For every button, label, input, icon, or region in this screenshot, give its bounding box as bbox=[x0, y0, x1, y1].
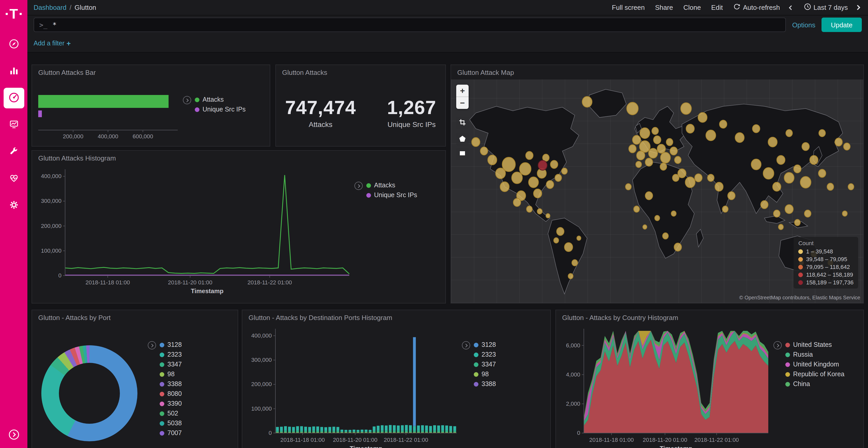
map-marker[interactable] bbox=[843, 143, 850, 150]
map-marker[interactable] bbox=[636, 161, 642, 168]
map-marker[interactable] bbox=[645, 192, 653, 200]
sidebar-item-timelion[interactable] bbox=[3, 114, 24, 135]
world-map[interactable]: + − bbox=[451, 79, 863, 303]
map-marker[interactable] bbox=[648, 148, 657, 158]
map-marker[interactable] bbox=[655, 215, 659, 221]
map-marker[interactable] bbox=[785, 205, 793, 214]
map-marker[interactable] bbox=[708, 174, 714, 181]
map-marker[interactable] bbox=[488, 155, 497, 165]
time-range-picker[interactable]: Last 7 days bbox=[804, 3, 848, 12]
map-marker[interactable] bbox=[794, 165, 801, 173]
legend-item-3347[interactable]: 3347 bbox=[474, 361, 496, 368]
legend-item-3388[interactable]: 3388 bbox=[160, 380, 182, 388]
clone-button[interactable]: Clone bbox=[683, 4, 701, 11]
sidebar-item-dev-tools[interactable] bbox=[3, 141, 24, 162]
legend-item-502[interactable]: 502 bbox=[160, 410, 182, 417]
legend-item-158-189-197-736[interactable]: 158,189 – 197,736 bbox=[798, 279, 854, 285]
map-marker[interactable] bbox=[673, 174, 679, 181]
legend-item-5038[interactable]: 5038 bbox=[160, 420, 182, 427]
map-marker[interactable] bbox=[681, 103, 691, 114]
map-marker[interactable] bbox=[564, 243, 573, 252]
legend-item-russia[interactable]: Russia bbox=[785, 351, 844, 358]
map-marker[interactable] bbox=[529, 177, 538, 188]
map-marker[interactable] bbox=[562, 168, 567, 174]
map-marker[interactable] bbox=[537, 209, 542, 214]
map-marker[interactable] bbox=[554, 238, 559, 243]
map-marker[interactable] bbox=[666, 139, 673, 146]
legend-item-3390[interactable]: 3390 bbox=[160, 400, 182, 407]
legend-item-unique-src-ips[interactable]: Unique Src IPs bbox=[366, 192, 417, 199]
map-marker[interactable] bbox=[818, 169, 826, 177]
sidebar-item-visualize[interactable] bbox=[3, 61, 24, 81]
legend-toggle-icon[interactable] bbox=[462, 341, 470, 349]
map-marker[interactable] bbox=[512, 172, 522, 184]
legend-item-39-548-79-095[interactable]: 39,548 – 79,095 bbox=[798, 256, 854, 262]
map-marker[interactable] bbox=[778, 224, 783, 230]
map-marker[interactable] bbox=[719, 120, 727, 128]
map-marker[interactable] bbox=[819, 130, 826, 137]
map-marker[interactable] bbox=[533, 189, 542, 198]
time-forward-chevron[interactable] bbox=[855, 4, 862, 11]
legend-item-attacks[interactable]: Attacks bbox=[195, 96, 246, 103]
legend-item-3128[interactable]: 3128 bbox=[474, 341, 496, 348]
map-marker[interactable] bbox=[802, 142, 809, 150]
map-marker[interactable] bbox=[663, 233, 668, 239]
full-screen-button[interactable]: Full screen bbox=[612, 4, 645, 11]
legend-item-united-states[interactable]: United States bbox=[785, 341, 844, 348]
auto-refresh-button[interactable]: Auto-refresh bbox=[733, 3, 780, 12]
port-donut-chart[interactable] bbox=[41, 345, 137, 441]
legend-item-china[interactable]: China bbox=[785, 380, 844, 388]
map-marker[interactable] bbox=[848, 184, 854, 190]
legend-item-98[interactable]: 98 bbox=[160, 371, 182, 378]
sidebar-collapse[interactable] bbox=[8, 429, 20, 442]
map-marker[interactable] bbox=[842, 211, 847, 216]
map-marker[interactable] bbox=[773, 182, 781, 191]
share-button[interactable]: Share bbox=[655, 4, 673, 11]
map-marker[interactable] bbox=[670, 147, 677, 155]
map-marker[interactable] bbox=[810, 156, 818, 164]
map-marker[interactable] bbox=[804, 210, 811, 217]
map-marker[interactable] bbox=[674, 243, 681, 251]
map-marker[interactable] bbox=[495, 168, 505, 179]
sidebar-item-discover[interactable] bbox=[3, 34, 24, 55]
map-marker[interactable] bbox=[698, 112, 707, 122]
map-marker[interactable] bbox=[551, 160, 558, 168]
map-marker[interactable] bbox=[572, 260, 578, 266]
legend-item-2323[interactable]: 2323 bbox=[474, 351, 496, 358]
map-crop-tool-button[interactable] bbox=[456, 117, 469, 129]
map-marker[interactable] bbox=[671, 211, 676, 216]
map-marker[interactable] bbox=[637, 151, 645, 160]
legend-item-7007[interactable]: 7007 bbox=[160, 429, 182, 437]
map-marker[interactable] bbox=[480, 147, 488, 155]
map-marker[interactable] bbox=[629, 145, 636, 153]
map-marker[interactable] bbox=[526, 151, 533, 160]
map-zoom-out-button[interactable]: − bbox=[456, 97, 469, 109]
map-marker[interactable] bbox=[835, 138, 842, 146]
map-marker[interactable] bbox=[526, 206, 532, 212]
add-filter-button[interactable]: Add a filter + bbox=[34, 39, 71, 47]
map-marker[interactable] bbox=[751, 159, 761, 170]
map-marker[interactable] bbox=[686, 124, 694, 133]
map-marker[interactable] bbox=[800, 176, 811, 188]
map-marker[interactable] bbox=[660, 152, 671, 163]
legend-item-3128[interactable]: 3128 bbox=[160, 341, 182, 348]
map-marker[interactable] bbox=[675, 157, 681, 164]
legend-toggle-icon[interactable] bbox=[183, 96, 191, 104]
map-rectangle-tool-button[interactable] bbox=[456, 148, 469, 160]
map-marker[interactable] bbox=[500, 182, 509, 192]
map-marker[interactable] bbox=[695, 174, 702, 182]
map-polygon-tool-button[interactable] bbox=[456, 133, 469, 145]
breadcrumb-dashboard-link[interactable]: Dashboard bbox=[34, 4, 66, 11]
map-marker[interactable] bbox=[577, 236, 581, 240]
map-marker[interactable] bbox=[657, 144, 665, 153]
sidebar-item-monitoring[interactable] bbox=[3, 168, 24, 189]
map-marker[interactable] bbox=[546, 214, 550, 218]
map-zoom-in-button[interactable]: + bbox=[456, 84, 469, 97]
map-marker[interactable] bbox=[645, 158, 653, 166]
map-marker[interactable] bbox=[722, 206, 728, 212]
map-marker[interactable] bbox=[715, 182, 723, 191]
map-marker[interactable] bbox=[827, 183, 834, 191]
map-marker[interactable] bbox=[773, 210, 780, 217]
map-marker[interactable] bbox=[728, 192, 735, 200]
legend-item-1-39-548[interactable]: 1 – 39,548 bbox=[798, 248, 854, 254]
